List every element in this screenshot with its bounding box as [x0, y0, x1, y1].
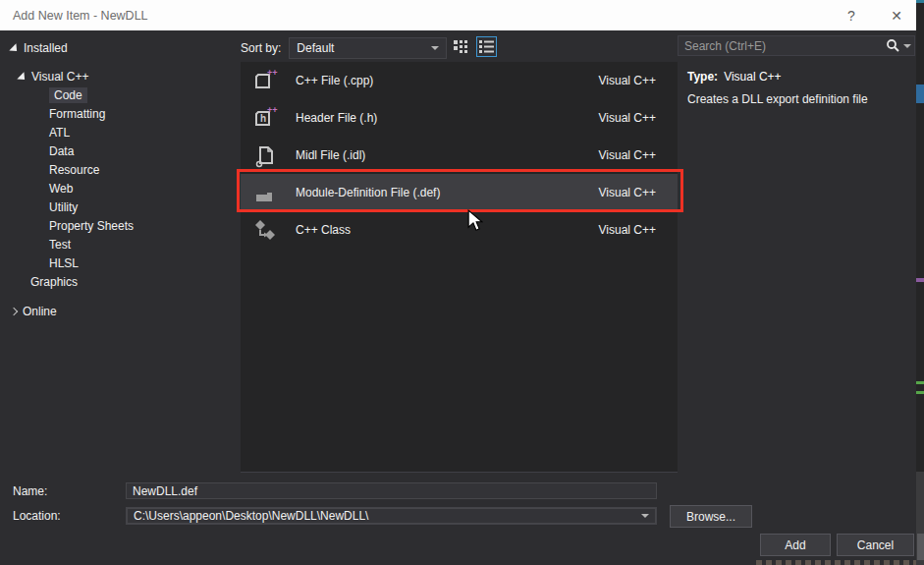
tree-item-data[interactable]: Data [0, 141, 236, 160]
tree-item-web[interactable]: Web [0, 179, 236, 198]
svg-text:h: h [260, 113, 266, 124]
tree-item-installed[interactable]: Installed [0, 38, 236, 57]
sort-dropdown[interactable]: Default [289, 37, 447, 59]
tree-item-graphics[interactable]: Graphics [0, 272, 236, 291]
collapsed-arrow-icon [10, 307, 18, 314]
help-button[interactable]: ? [840, 8, 863, 24]
list-view-icon [478, 38, 495, 55]
title-bar: Add New Item - NewDLL ? ✕ [0, 0, 916, 30]
cancel-button[interactable]: Cancel [837, 534, 914, 556]
list-item-midl-file[interactable]: Midl File (.idl) Visual C++ [241, 137, 678, 174]
list-item-header-file[interactable]: h ++ Header File (.h) Visual C++ [241, 99, 678, 137]
tree-item-test[interactable]: Test [0, 235, 236, 254]
tree-item-online[interactable]: Online [0, 302, 236, 320]
tree-item-resource[interactable]: Resource [0, 160, 236, 179]
cpp-file-icon: ++ [253, 68, 279, 93]
sort-by-label: Sort by: [241, 41, 281, 55]
browse-button[interactable]: Browse... [670, 505, 752, 528]
dialog-title: Add New Item - NewDLL [13, 9, 148, 23]
category-tree: Installed Visual C++ Code Formatting ATL… [0, 30, 236, 475]
grid-view-icon [453, 38, 469, 55]
sort-row: Sort by: Default [241, 36, 447, 59]
details-pane: Type:Visual C++ Creates a DLL export def… [678, 30, 916, 475]
list-item-cpp-file[interactable]: ++ C++ File (.cpp) Visual C++ [241, 62, 678, 99]
svg-text:++: ++ [267, 68, 278, 78]
small-icons-view-button[interactable] [451, 36, 471, 57]
clipped-background-text [756, 560, 918, 565]
type-value: Visual C++ [724, 70, 781, 84]
svg-text:++: ++ [267, 105, 278, 115]
name-label: Name: [13, 484, 47, 498]
list-item-cpp-class[interactable]: C++ Class Visual C++ [241, 211, 678, 249]
search-icon[interactable] [886, 38, 900, 53]
type-label: Type: [687, 70, 718, 84]
expanded-arrow-icon [9, 43, 20, 54]
add-new-item-dialog: Add New Item - NewDLL ? ✕ Installed Visu… [0, 0, 924, 565]
tree-item-hlsl[interactable]: HLSL [0, 254, 236, 272]
list-item-module-definition-file[interactable]: Module-Definition File (.def) Visual C++ [241, 174, 678, 211]
search-box [678, 35, 915, 56]
add-button[interactable]: Add [760, 534, 831, 556]
background-scrollbar [916, 0, 924, 565]
template-list: ++ C++ File (.cpp) Visual C++ h ++ Heade… [241, 62, 678, 473]
tree-item-utility[interactable]: Utility [0, 198, 236, 216]
search-dropdown-icon[interactable] [903, 44, 911, 48]
location-input[interactable] [127, 508, 656, 524]
close-button[interactable]: ✕ [885, 8, 908, 24]
list-view-button[interactable] [476, 36, 497, 57]
midl-file-icon [253, 142, 279, 168]
chevron-down-icon[interactable] [641, 514, 649, 518]
location-label: Location: [13, 509, 61, 523]
cpp-class-icon [253, 217, 279, 243]
location-combobox [126, 507, 657, 525]
def-file-icon [253, 180, 279, 205]
type-line: Type:Visual C++ [687, 70, 782, 84]
expanded-arrow-icon [17, 72, 27, 83]
header-file-icon: h ++ [253, 105, 279, 131]
tree-item-formatting[interactable]: Formatting [0, 104, 236, 123]
tree-item-code[interactable]: Code [0, 85, 236, 104]
tree-item-visual-cpp[interactable]: Visual C++ [0, 67, 236, 85]
tree-item-property-sheets[interactable]: Property Sheets [0, 216, 236, 235]
tree-item-atl[interactable]: ATL [0, 123, 236, 141]
name-input[interactable] [126, 482, 657, 499]
template-description: Creates a DLL export definition file [687, 92, 868, 106]
search-input[interactable] [679, 39, 865, 53]
chevron-down-icon [431, 46, 439, 50]
footer: Name: Location: Browse... Add Cancel [0, 475, 916, 565]
